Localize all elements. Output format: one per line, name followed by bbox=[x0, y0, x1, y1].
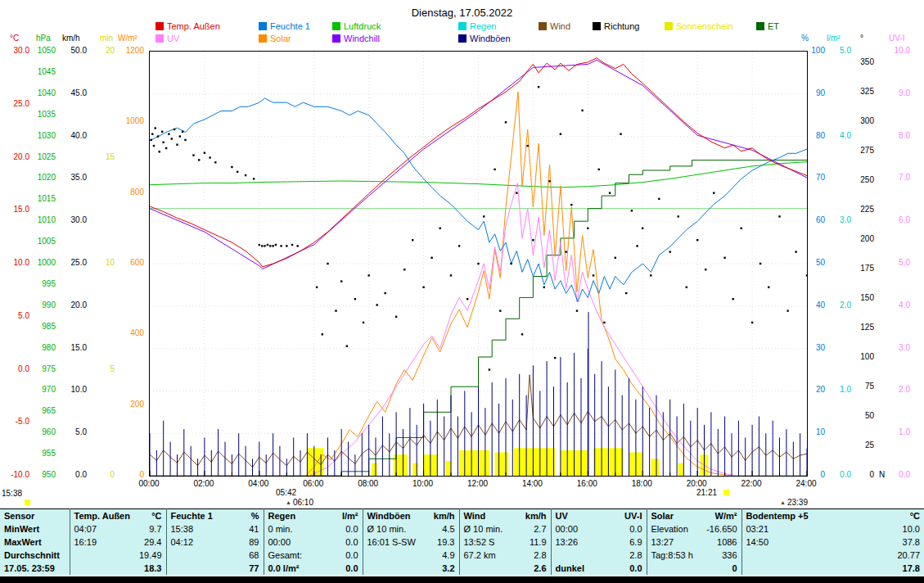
axis-tick-deg: 250 bbox=[853, 176, 874, 184]
axis-title-hpa: hPa bbox=[36, 34, 51, 43]
legend-swatch-icon bbox=[593, 22, 601, 30]
axis-tick-uvi: 6.0 bbox=[886, 216, 910, 224]
legend-item: Regen bbox=[458, 20, 532, 31]
axis-tick-deg: 325 bbox=[853, 88, 874, 96]
axis-tick-hpa: 985 bbox=[33, 323, 56, 331]
axis-tick-pct: 70 bbox=[807, 174, 825, 182]
row-label: 17.05. 23:59 bbox=[0, 562, 70, 575]
table-cell: 16:01 S-SW19.3 bbox=[363, 536, 459, 549]
axis-tick-hpa: 1000 bbox=[33, 259, 56, 267]
sun-marker-icon bbox=[25, 499, 30, 505]
legend-swatch-icon bbox=[539, 22, 547, 30]
axis-tick-pct: 10 bbox=[807, 428, 825, 436]
chart-canvas bbox=[150, 52, 807, 476]
page-title: Dienstag, 17.05.2022 bbox=[0, 7, 924, 19]
axis-tick-wm2: 400 bbox=[116, 329, 144, 337]
axis-tick-uvi: 3.0 bbox=[886, 344, 910, 352]
axis-tick-hpa: 1015 bbox=[33, 195, 56, 203]
table-header-cell: Feuchte 1% bbox=[166, 509, 264, 523]
row-label: Durchschnitt bbox=[0, 549, 70, 562]
axis-tick-deg: 50 bbox=[853, 412, 874, 420]
moonrise-time: 06:10 bbox=[293, 498, 313, 507]
table-cell: 67.2 km2.8 bbox=[459, 549, 551, 562]
chart-plot-area bbox=[149, 51, 808, 477]
x-axis-tick: 22:00 bbox=[741, 479, 762, 488]
axis-tick-hpa: 1005 bbox=[33, 237, 56, 246]
axis-tick-temp_c: 30.0 bbox=[3, 47, 29, 55]
axis-tick-uvi: 4.0 bbox=[886, 301, 910, 310]
legend-swatch-icon bbox=[156, 22, 164, 30]
table-cell: 4.9 bbox=[363, 549, 459, 562]
axis-tick-hpa: 970 bbox=[33, 386, 56, 394]
axis-tick-wm2: 600 bbox=[116, 259, 144, 267]
legend-item: Luftdruck bbox=[332, 20, 452, 31]
x-axis-tick: 16:00 bbox=[577, 479, 597, 488]
legend-swatch-icon bbox=[756, 22, 764, 30]
axis-tick-pct: 30 bbox=[807, 344, 825, 352]
axis-tick-pct: 90 bbox=[807, 89, 825, 97]
axis-tick-pct: 50 bbox=[807, 259, 825, 267]
legend-label: Sonnenschein bbox=[676, 21, 733, 31]
legend-label: ET bbox=[768, 21, 779, 31]
axis-tick-kmh: 30.0 bbox=[61, 216, 87, 224]
axis-tick-lm2: 5.0 bbox=[828, 47, 851, 55]
axis-tick-kmh: 20.0 bbox=[61, 301, 87, 310]
table-cell: 04:079.7 bbox=[70, 522, 166, 536]
axis-tick-hpa: 1010 bbox=[33, 216, 56, 224]
legend-swatch-icon bbox=[458, 34, 467, 43]
table-cell: 13:266.9 bbox=[551, 536, 647, 549]
axis-tick-uvi: 7.0 bbox=[886, 174, 910, 182]
table-header-cell: SolarW/m² bbox=[647, 509, 741, 523]
legend-label: Regen bbox=[470, 21, 496, 31]
axis-tick-pct: 100 bbox=[807, 47, 825, 55]
legend-label: Windchill bbox=[344, 34, 380, 43]
table-cell: 17.8 bbox=[741, 562, 924, 575]
axis-tick-uvi: 8.0 bbox=[886, 132, 910, 140]
table-cell: 04:1289 bbox=[166, 536, 264, 549]
axis-title-wm2: W/m² bbox=[118, 34, 137, 43]
axis-tick-deg: 225 bbox=[853, 206, 874, 214]
axis-tick-deg: 200 bbox=[853, 235, 874, 243]
axis-tick-hpa: 1045 bbox=[33, 68, 56, 76]
legend-swatch-icon bbox=[259, 34, 267, 43]
axis-tick-sun_min: 0 bbox=[95, 471, 115, 479]
axis-tick-kmh: 0.0 bbox=[61, 471, 87, 479]
axis-title-temp_c: °C bbox=[10, 34, 19, 43]
axis-title-uvi: UV-I bbox=[889, 34, 904, 43]
axis-tick-hpa: 990 bbox=[33, 301, 56, 310]
legend-label: Feuchte 1 bbox=[270, 21, 310, 31]
axis-tick-kmh: 15.0 bbox=[61, 344, 87, 352]
axis-tick-deg: 125 bbox=[853, 323, 874, 332]
moonset-time: 23:39 bbox=[787, 498, 808, 507]
table-cell: 13:271086 bbox=[647, 536, 741, 549]
axis-tick-lm2: 3.0 bbox=[828, 216, 851, 224]
legend-label: Richtung bbox=[604, 21, 639, 31]
axis-tick-hpa: 995 bbox=[33, 280, 56, 288]
legend-item: Windböen bbox=[458, 33, 532, 43]
x-axis-tick: 00:00 bbox=[138, 479, 159, 488]
axis-tick-hpa: 980 bbox=[33, 344, 56, 352]
legend-item: Wind bbox=[539, 20, 586, 31]
x-axis-tick: 20:00 bbox=[687, 479, 707, 488]
table-cell: 3.2 bbox=[363, 562, 459, 575]
axis-tick-hpa: 1050 bbox=[33, 47, 56, 55]
moon-down-icon: ▲ bbox=[780, 499, 786, 505]
sunset-marker-icon bbox=[723, 490, 729, 495]
axis-tick-temp_c: 0.0 bbox=[3, 365, 29, 373]
x-axis-tick: 12:00 bbox=[467, 479, 488, 488]
axis-tick-lm2: 0.0 bbox=[828, 471, 851, 479]
axis-tick-hpa: 965 bbox=[33, 407, 56, 415]
table-cell: 77 bbox=[166, 562, 264, 575]
axis-tick-wm2: 200 bbox=[116, 400, 144, 409]
axis-tick-deg: 275 bbox=[853, 147, 874, 155]
table-header-row: SensorTemp. Außen°CFeuchte 1%Regenl/m²Wi… bbox=[0, 509, 924, 523]
axis-tick-deg: 175 bbox=[853, 264, 874, 273]
axis-tick-pct: 40 bbox=[807, 301, 825, 310]
table-cell: 0.0 l/m²0.0 bbox=[264, 562, 363, 575]
axis-tick-kmh: 45.0 bbox=[61, 89, 87, 97]
axis-tick-deg: 100 bbox=[853, 353, 874, 361]
legend-label: UV bbox=[167, 34, 179, 43]
axis-tick-sun_min: 5 bbox=[95, 365, 115, 373]
table-row: MinWert04:079.715:38410 min.0.0Ø 10 min.… bbox=[0, 522, 924, 536]
table-cell: 13:52 S11.9 bbox=[459, 536, 551, 549]
